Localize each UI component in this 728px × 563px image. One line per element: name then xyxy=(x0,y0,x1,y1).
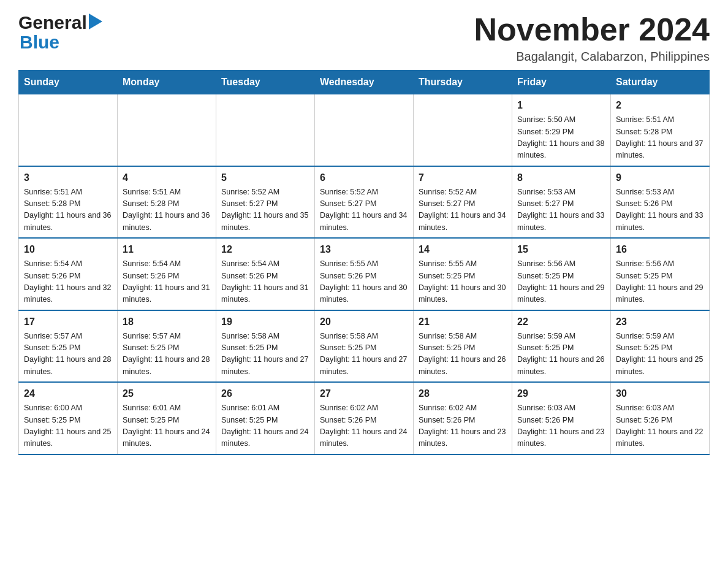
table-row: 11Sunrise: 5:54 AM Sunset: 5:26 PM Dayli… xyxy=(118,238,216,310)
table-row: 19Sunrise: 5:58 AM Sunset: 5:25 PM Dayli… xyxy=(216,310,315,383)
day-info: Sunrise: 5:52 AM Sunset: 5:27 PM Dayligh… xyxy=(221,186,309,234)
table-row: 15Sunrise: 5:56 AM Sunset: 5:25 PM Dayli… xyxy=(512,238,611,310)
table-row: 13Sunrise: 5:55 AM Sunset: 5:26 PM Dayli… xyxy=(315,238,414,310)
day-number: 28 xyxy=(419,386,507,401)
table-row: 17Sunrise: 5:57 AM Sunset: 5:25 PM Dayli… xyxy=(19,310,118,383)
table-row: 14Sunrise: 5:55 AM Sunset: 5:25 PM Dayli… xyxy=(414,238,512,310)
table-row xyxy=(118,94,216,166)
col-monday: Monday xyxy=(118,71,216,94)
day-number: 25 xyxy=(123,386,211,401)
col-saturday: Saturday xyxy=(611,71,710,94)
day-number: 18 xyxy=(123,315,211,329)
table-row: 2Sunrise: 5:51 AM Sunset: 5:28 PM Daylig… xyxy=(611,94,710,166)
day-number: 30 xyxy=(616,386,704,401)
day-number: 3 xyxy=(24,170,112,185)
table-row: 29Sunrise: 6:03 AM Sunset: 5:26 PM Dayli… xyxy=(512,382,611,454)
subtitle: Bagalangit, Calabarzon, Philippines xyxy=(474,50,710,64)
day-info: Sunrise: 5:54 AM Sunset: 5:26 PM Dayligh… xyxy=(123,258,211,306)
col-thursday: Thursday xyxy=(414,71,512,94)
day-info: Sunrise: 5:56 AM Sunset: 5:25 PM Dayligh… xyxy=(616,258,704,306)
col-wednesday: Wednesday xyxy=(315,71,414,94)
day-info: Sunrise: 5:51 AM Sunset: 5:28 PM Dayligh… xyxy=(24,186,112,234)
day-number: 12 xyxy=(221,242,309,257)
calendar-week-row: 1Sunrise: 5:50 AM Sunset: 5:29 PM Daylig… xyxy=(19,94,710,166)
day-info: Sunrise: 6:01 AM Sunset: 5:25 PM Dayligh… xyxy=(123,402,211,450)
day-number: 1 xyxy=(517,98,605,113)
day-info: Sunrise: 5:58 AM Sunset: 5:25 PM Dayligh… xyxy=(419,331,507,378)
day-info: Sunrise: 5:57 AM Sunset: 5:25 PM Dayligh… xyxy=(123,331,211,378)
table-row: 25Sunrise: 6:01 AM Sunset: 5:25 PM Dayli… xyxy=(118,382,216,454)
day-number: 15 xyxy=(517,242,605,257)
table-row: 28Sunrise: 6:02 AM Sunset: 5:26 PM Dayli… xyxy=(414,382,512,454)
day-info: Sunrise: 5:52 AM Sunset: 5:27 PM Dayligh… xyxy=(419,186,507,234)
day-number: 23 xyxy=(616,315,704,329)
day-number: 29 xyxy=(517,386,605,401)
day-info: Sunrise: 5:59 AM Sunset: 5:25 PM Dayligh… xyxy=(616,331,704,378)
day-info: Sunrise: 5:51 AM Sunset: 5:28 PM Dayligh… xyxy=(616,114,704,162)
day-number: 8 xyxy=(517,170,605,185)
day-number: 13 xyxy=(320,242,408,257)
logo-text-blue: Blue xyxy=(20,32,102,53)
col-sunday: Sunday xyxy=(19,71,118,94)
day-number: 10 xyxy=(24,242,112,257)
day-number: 7 xyxy=(419,170,507,185)
logo-text-general: General xyxy=(18,12,87,33)
calendar-week-row: 24Sunrise: 6:00 AM Sunset: 5:25 PM Dayli… xyxy=(19,382,710,454)
day-info: Sunrise: 5:58 AM Sunset: 5:25 PM Dayligh… xyxy=(320,331,408,378)
table-row: 24Sunrise: 6:00 AM Sunset: 5:25 PM Dayli… xyxy=(19,382,118,454)
day-info: Sunrise: 5:53 AM Sunset: 5:27 PM Dayligh… xyxy=(517,186,605,234)
calendar-week-row: 3Sunrise: 5:51 AM Sunset: 5:28 PM Daylig… xyxy=(19,166,710,239)
day-info: Sunrise: 5:54 AM Sunset: 5:26 PM Dayligh… xyxy=(221,258,309,306)
table-row xyxy=(414,94,512,166)
day-number: 27 xyxy=(320,386,408,401)
table-row: 9Sunrise: 5:53 AM Sunset: 5:26 PM Daylig… xyxy=(611,166,710,239)
day-info: Sunrise: 6:03 AM Sunset: 5:26 PM Dayligh… xyxy=(517,402,605,450)
day-info: Sunrise: 5:55 AM Sunset: 5:25 PM Dayligh… xyxy=(419,258,507,306)
table-row: 6Sunrise: 5:52 AM Sunset: 5:27 PM Daylig… xyxy=(315,166,414,239)
table-row xyxy=(315,94,414,166)
table-row: 16Sunrise: 5:56 AM Sunset: 5:25 PM Dayli… xyxy=(611,238,710,310)
table-row xyxy=(19,94,118,166)
table-row: 22Sunrise: 5:59 AM Sunset: 5:25 PM Dayli… xyxy=(512,310,611,383)
day-info: Sunrise: 5:58 AM Sunset: 5:25 PM Dayligh… xyxy=(221,331,309,378)
day-number: 22 xyxy=(517,315,605,329)
table-row: 27Sunrise: 6:02 AM Sunset: 5:26 PM Dayli… xyxy=(315,382,414,454)
title-block: November 2024 Bagalangit, Calabarzon, Ph… xyxy=(474,12,710,64)
calendar-week-row: 10Sunrise: 5:54 AM Sunset: 5:26 PM Dayli… xyxy=(19,238,710,310)
day-info: Sunrise: 5:55 AM Sunset: 5:26 PM Dayligh… xyxy=(320,258,408,306)
table-row: 18Sunrise: 5:57 AM Sunset: 5:25 PM Dayli… xyxy=(118,310,216,383)
day-info: Sunrise: 5:52 AM Sunset: 5:27 PM Dayligh… xyxy=(320,186,408,234)
day-number: 9 xyxy=(616,170,704,185)
main-title: November 2024 xyxy=(474,12,710,47)
day-number: 4 xyxy=(123,170,211,185)
day-info: Sunrise: 6:01 AM Sunset: 5:25 PM Dayligh… xyxy=(221,402,309,450)
day-number: 20 xyxy=(320,315,408,329)
page-header: General Blue November 2024 Bagalangit, C… xyxy=(18,12,710,64)
table-row xyxy=(216,94,315,166)
table-row: 10Sunrise: 5:54 AM Sunset: 5:26 PM Dayli… xyxy=(19,238,118,310)
day-info: Sunrise: 5:53 AM Sunset: 5:26 PM Dayligh… xyxy=(616,186,704,234)
day-number: 16 xyxy=(616,242,704,257)
day-number: 11 xyxy=(123,242,211,257)
day-number: 26 xyxy=(221,386,309,401)
day-number: 19 xyxy=(221,315,309,329)
table-row: 5Sunrise: 5:52 AM Sunset: 5:27 PM Daylig… xyxy=(216,166,315,239)
day-info: Sunrise: 6:00 AM Sunset: 5:25 PM Dayligh… xyxy=(24,402,112,450)
day-number: 2 xyxy=(616,98,704,113)
table-row: 8Sunrise: 5:53 AM Sunset: 5:27 PM Daylig… xyxy=(512,166,611,239)
day-info: Sunrise: 6:02 AM Sunset: 5:26 PM Dayligh… xyxy=(320,402,408,450)
calendar-table: Sunday Monday Tuesday Wednesday Thursday… xyxy=(18,70,710,455)
logo-triangle-icon xyxy=(89,13,102,29)
table-row: 7Sunrise: 5:52 AM Sunset: 5:27 PM Daylig… xyxy=(414,166,512,239)
day-number: 14 xyxy=(419,242,507,257)
day-info: Sunrise: 6:02 AM Sunset: 5:26 PM Dayligh… xyxy=(419,402,507,450)
day-number: 6 xyxy=(320,170,408,185)
day-number: 21 xyxy=(419,315,507,329)
day-number: 24 xyxy=(24,386,112,401)
table-row: 26Sunrise: 6:01 AM Sunset: 5:25 PM Dayli… xyxy=(216,382,315,454)
table-row: 1Sunrise: 5:50 AM Sunset: 5:29 PM Daylig… xyxy=(512,94,611,166)
day-number: 5 xyxy=(221,170,309,185)
day-number: 17 xyxy=(24,315,112,329)
day-info: Sunrise: 5:56 AM Sunset: 5:25 PM Dayligh… xyxy=(517,258,605,306)
table-row: 23Sunrise: 5:59 AM Sunset: 5:25 PM Dayli… xyxy=(611,310,710,383)
